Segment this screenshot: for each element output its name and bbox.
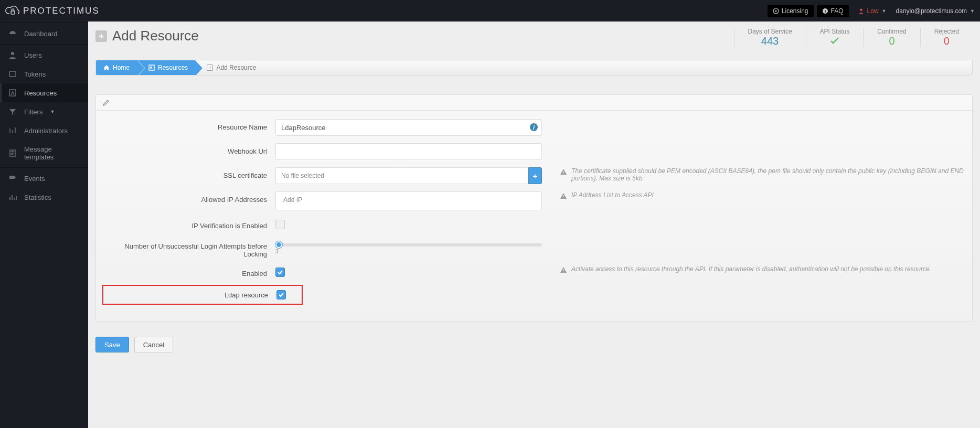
ssl-file-picker[interactable]: No file selected + [275,167,542,184]
sidebar-item-administrators[interactable]: Administrators [0,121,88,140]
ip-hint: IP Address List to Access API [542,191,966,200]
user-email-menu[interactable]: danylo@protectimus.com ▼ [896,7,975,15]
warning-icon [560,168,567,176]
enabled-hint: Activate access to this resource through… [542,265,966,274]
filter-icon [8,108,17,116]
label-ssl: SSL certificate [102,167,275,179]
ssl-file-text: No file selected [275,167,528,184]
cancel-button[interactable]: Cancel [134,337,173,352]
sidebar-item-filters[interactable]: Filters ▼ [0,102,88,121]
breadcrumb: Home Resources + Add Resource [95,60,973,76]
label-ldap: Ldap resource [103,291,276,299]
gear-icon [773,8,779,14]
events-icon [8,174,17,183]
svg-point-5 [860,8,862,10]
ssl-hint: The certificate supplied should be PEM e… [542,167,966,182]
stats-icon [8,193,17,201]
enabled-checkbox[interactable] [275,268,285,277]
svg-rect-6 [12,32,13,34]
tokens-icon [8,70,17,78]
svg-rect-14 [563,195,563,197]
chevron-down-icon: ▼ [50,109,55,114]
faq-button[interactable]: i FAQ [817,5,849,17]
svg-rect-8 [9,71,16,77]
webhook-input[interactable] [275,143,542,160]
plus-square-icon: + [207,65,213,71]
warning-icon [560,192,567,200]
low-menu[interactable]: Low ▼ [858,7,887,15]
crumb-home[interactable]: Home [96,60,137,75]
stat-days: Days of Service 443 [734,28,806,47]
home-icon [103,65,110,71]
svg-text:i: i [824,9,825,14]
svg-rect-9 [9,90,16,96]
crumb-current: + Add Resource [195,60,263,75]
dashboard-icon [8,29,17,38]
check-icon [820,35,850,47]
edit-icon [148,65,155,71]
label-webhook: Webhook Url [102,143,275,155]
info-icon[interactable]: i [530,123,538,131]
resources-icon [8,89,17,97]
crumb-resources[interactable]: Resources [137,60,195,75]
panel-toolbar [96,95,972,111]
label-ip-verification: IP Verification is Enabled [102,218,275,230]
page-header: + Add Resource Days of Service 443 API S… [95,28,973,47]
label-resource-name: Resource Name [102,119,275,131]
ldap-highlight: Ldap resource [102,285,303,305]
topbar: PROTECTIMUS Licensing i FAQ Low ▼ danylo… [0,0,980,22]
user-icon [8,51,17,59]
licensing-button[interactable]: Licensing [768,5,814,17]
svg-rect-12 [563,171,563,173]
pencil-icon[interactable] [102,99,110,106]
attempts-value: 3 [275,249,542,254]
label-attempts: Number of Unsuccessful Login Attempts be… [102,238,275,258]
ssl-file-add-button[interactable]: + [528,167,542,184]
ldap-checkbox[interactable] [276,290,286,299]
sidebar-item-tokens[interactable]: Tokens [0,65,88,83]
stat-confirmed: Confirmed 0 [863,28,920,47]
resource-name-input[interactable] [275,119,542,136]
chevron-down-icon: ▼ [882,8,887,14]
form-actions: Save Cancel [95,337,973,352]
stat-rejected: Rejected 0 [920,28,973,47]
slider-handle[interactable] [275,241,282,248]
svg-rect-15 [563,198,563,198]
brand-text: PROTECTIMUS [23,6,100,16]
svg-rect-17 [563,272,563,272]
sidebar: Dashboard Users Tokens Resources Filters… [0,22,88,428]
stat-api: API Status [806,28,864,47]
svg-rect-0 [11,11,15,14]
svg-rect-13 [563,174,563,174]
main-content: + Add Resource Days of Service 443 API S… [88,22,980,428]
templates-icon [8,149,17,157]
chevron-down-icon: ▼ [970,8,975,14]
sidebar-item-dashboard[interactable]: Dashboard [0,24,88,43]
page-title: Add Resource [112,28,199,44]
sidebar-item-statistics[interactable]: Statistics [0,188,88,207]
label-enabled: Enabled [102,265,275,277]
form-panel: Resource Name i Webhook Url SSL certific… [95,94,973,322]
brand-logo: PROTECTIMUS [5,5,100,17]
warning-icon [560,266,567,274]
svg-rect-16 [563,269,563,271]
user-red-icon [858,8,864,14]
cloud-lock-icon [5,5,20,17]
sidebar-item-users[interactable]: Users [0,46,88,65]
label-allowed-ip: Allowed IP Addresses [102,191,275,204]
svg-point-7 [11,52,14,55]
save-button[interactable]: Save [95,337,129,352]
admins-icon [8,126,17,135]
sidebar-item-templates[interactable]: Message templates [0,140,88,166]
ip-verification-checkbox[interactable] [275,220,285,229]
info-icon: i [822,8,828,14]
plus-square-icon: + [95,30,107,42]
sidebar-item-resources[interactable]: Resources [0,83,88,102]
svg-point-2 [775,10,776,12]
sidebar-item-events[interactable]: Events [0,169,88,188]
attempts-slider[interactable] [275,243,542,247]
allowed-ip-input[interactable]: Add IP [275,191,542,210]
